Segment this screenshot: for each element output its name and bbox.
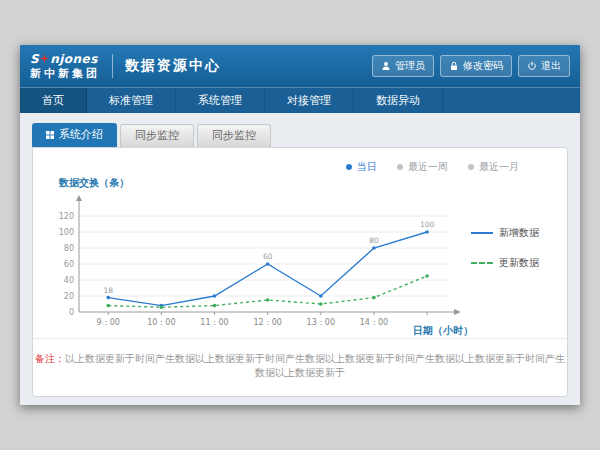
app-window: S njones 新中新集团 数据资源中心 管理员 修改密码 退出 首页 (20, 45, 580, 405)
solid-line-sample-icon (471, 232, 493, 234)
filter-label: 当日 (357, 160, 377, 174)
brand-en-head: S (30, 53, 39, 65)
svg-text:9：00: 9：00 (97, 318, 120, 327)
svg-text:80: 80 (64, 244, 74, 253)
svg-text:11：00: 11：00 (200, 318, 228, 327)
change-password-label: 修改密码 (463, 59, 503, 73)
header-divider (112, 54, 113, 78)
app-header: S njones 新中新集团 数据资源中心 管理员 修改密码 退出 (20, 45, 580, 87)
power-icon (527, 61, 537, 71)
brand-cn: 新中新集团 (30, 68, 100, 79)
svg-text:20: 20 (64, 292, 74, 301)
note-text: 以上数据更新于时间产生数据以上数据更新于时间产生数据以上数据更新于时间产生数据以… (65, 353, 565, 378)
chart-wrap: 0204060801001209：0010：0011：0012：0013：001… (47, 190, 469, 344)
svg-text:18: 18 (103, 286, 113, 295)
svg-text:14：00: 14：00 (360, 318, 388, 327)
tab-sync-monitor-2[interactable]: 同步监控 (197, 124, 271, 147)
tab-label: 系统介绍 (59, 123, 103, 147)
filter-today[interactable]: 当日 (346, 160, 377, 174)
brand-star-icon (40, 54, 49, 63)
brand-logo: S njones 新中新集团 (30, 53, 100, 79)
legend-dot (397, 164, 403, 170)
tab-sync-monitor-1[interactable]: 同步监控 (120, 124, 194, 147)
chart-row: 0204060801001209：0010：0011：0012：0013：001… (47, 190, 553, 344)
filter-last-week[interactable]: 最近一周 (397, 160, 448, 174)
svg-text:100: 100 (420, 220, 435, 229)
content-area: 系统介绍 同步监控 同步监控 当日 最近一周 (20, 113, 580, 405)
main-nav: 首页 标准管理 系统管理 对接管理 数据异动 (20, 87, 580, 114)
note-prefix: 备注： (35, 353, 65, 364)
brand-en: S njones (30, 53, 100, 65)
lock-icon (449, 61, 459, 71)
svg-text:13：00: 13：00 (307, 318, 335, 327)
nav-item-integration-mgmt[interactable]: 对接管理 (265, 88, 354, 114)
series-label: 新增数据 (499, 226, 539, 240)
svg-text:60: 60 (263, 252, 273, 261)
brand-en-tail: njones (50, 53, 98, 65)
tab-system-intro[interactable]: 系统介绍 (32, 123, 117, 147)
legend-item-update-data[interactable]: 更新数据 (471, 256, 539, 270)
legend-item-new-data[interactable]: 新增数据 (471, 226, 539, 240)
svg-text:12：00: 12：00 (253, 318, 281, 327)
filter-last-month[interactable]: 最近一月 (468, 160, 519, 174)
chart-panel: 当日 最近一周 最近一月 数据交换（条） 0204060801001209：00… (32, 147, 568, 397)
user-button[interactable]: 管理员 (372, 55, 434, 77)
svg-text:10：00: 10：00 (147, 318, 175, 327)
filter-label: 最近一月 (479, 160, 519, 174)
tab-label: 同步监控 (135, 125, 179, 147)
tab-bar: 系统介绍 同步监控 同步监控 (32, 123, 568, 147)
nav-item-standard-mgmt[interactable]: 标准管理 (87, 88, 176, 114)
series-label: 更新数据 (499, 256, 539, 270)
nav-item-data-change[interactable]: 数据异动 (354, 88, 443, 114)
chart-svg: 0204060801001209：0010：0011：0012：0013：001… (47, 190, 469, 340)
svg-text:40: 40 (64, 276, 74, 285)
legend-dot (346, 164, 352, 170)
svg-text:120: 120 (59, 212, 74, 221)
change-password-button[interactable]: 修改密码 (440, 55, 512, 77)
logout-label: 退出 (541, 59, 561, 73)
person-icon (381, 61, 391, 71)
grid-icon (46, 131, 54, 139)
svg-text:100: 100 (59, 228, 74, 237)
x-axis-title: 日期（小时） (413, 324, 473, 338)
nav-item-system-mgmt[interactable]: 系统管理 (176, 88, 265, 114)
svg-text:80: 80 (369, 236, 379, 245)
tab-label: 同步监控 (212, 125, 256, 147)
svg-text:60: 60 (64, 260, 74, 269)
user-label: 管理员 (395, 59, 425, 73)
page-title: 数据资源中心 (125, 57, 221, 75)
svg-text:0: 0 (69, 308, 74, 317)
legend-dot (468, 164, 474, 170)
series-legend: 新增数据 更新数据 (471, 226, 539, 270)
logout-button[interactable]: 退出 (518, 55, 570, 77)
nav-item-home[interactable]: 首页 (20, 88, 87, 114)
y-axis-title: 数据交换（条） (59, 176, 553, 190)
header-actions: 管理员 修改密码 退出 (372, 55, 570, 77)
filter-legend: 当日 最近一周 最近一月 (47, 154, 553, 174)
note-row: 备注：以上数据更新于时间产生数据以上数据更新于时间产生数据以上数据更新于时间产生… (33, 338, 567, 380)
dashed-line-sample-icon (471, 262, 493, 264)
filter-label: 最近一周 (408, 160, 448, 174)
